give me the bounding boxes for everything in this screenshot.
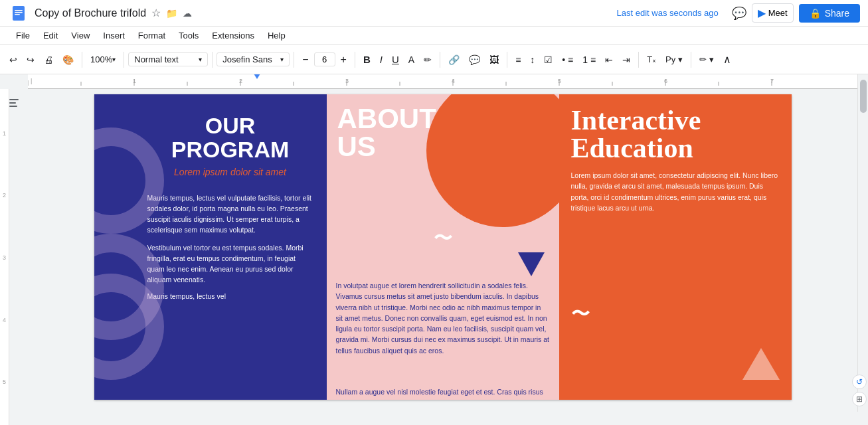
panel-middle-body2: Nullam a augue vel nisl molestie feugiat… [336,386,550,400]
heading-line1: OUR [205,113,256,138]
highlight-button[interactable]: ✏ [420,52,436,68]
line-num-2: 2 [3,192,6,199]
font-chevron: ▾ [280,56,284,63]
separator-6 [440,52,440,68]
separator-8 [638,52,639,68]
ruler-svg: | 1 2 3 4 5 6 7 [28,74,857,87]
right-heading-line2: Education [571,133,693,163]
scroll-bottom-icons: ↺ ⊞ [852,375,867,406]
toolbar: ↩ ↪ 🖨 🎨 100% ▾ Normal text ▾ Josefin San… [0,45,868,74]
svg-rect-1 [15,10,23,11]
svg-text:5: 5 [558,78,561,84]
paint-format-button[interactable]: 🎨 [58,52,78,68]
menu-tools[interactable]: Tools [173,29,204,42]
font-size-input[interactable] [314,52,335,66]
share-button[interactable]: 🔒 Share [799,4,860,23]
separator-5 [355,52,355,68]
line-num-1: 1 [3,130,6,137]
svg-text:3: 3 [345,78,349,84]
undo-button[interactable]: ↩ [5,52,21,68]
scrollbar-thumb[interactable] [860,80,867,113]
separator-1 [82,52,82,68]
folder-icon[interactable]: 📁 [166,8,177,19]
menu-help[interactable]: Help [262,29,291,42]
bold-button[interactable]: B [359,51,375,68]
editing-mode-button[interactable]: ∧ [719,50,735,68]
checklist-button[interactable]: ☑ [540,52,557,68]
align-button[interactable]: ≡ [511,52,525,68]
right-heading-line1: Interactive [571,105,701,135]
middle-heading-line2: US [337,131,376,162]
panel-right: Interactive Education Lorem ipsum dolor … [559,94,792,400]
line-num-3: 3 [3,254,6,261]
indent-more-button[interactable]: ⇥ [618,52,634,68]
ruler: | 1 2 3 4 5 6 7 [28,74,857,89]
underline-button[interactable]: U [388,51,403,68]
star-icon[interactable]: ☆ [151,7,161,19]
cloud-icon[interactable]: ☁ [183,8,192,19]
recenter-icon[interactable]: ↺ [852,375,867,389]
panel-middle-heading: ABOUT US [337,105,436,161]
main-area: | 1 2 3 4 5 6 7 [0,74,868,412]
menu-insert[interactable]: Insert [98,29,130,42]
meet-icon: ▶ [758,7,766,19]
document-page[interactable]: OUR PROGRAM Lorem ipsum dolor sit amet M… [94,94,792,400]
svg-rect-6 [9,106,17,107]
zoom-fit-icon[interactable]: ⊞ [852,392,867,406]
doc-title[interactable]: Copy of Brochure trifold [35,7,146,19]
svg-text:1: 1 [133,78,136,84]
menu-format[interactable]: Format [133,29,171,42]
svg-rect-5 [9,102,16,104]
menu-edit[interactable]: Edit [38,29,63,42]
menu-bar: File Edit View Insert Format Tools Exten… [0,27,868,45]
clear-format-button[interactable]: Tₓ [643,52,660,67]
line-numbers: 1 2 3 4 5 [0,89,9,425]
app-icon [8,3,29,24]
bullet-list-button[interactable]: • ≡ [558,52,577,68]
print-button[interactable]: 🖨 [40,52,57,68]
voice-typing-button[interactable]: Py ▾ [661,52,687,67]
style-chevron: ▾ [199,56,202,63]
menu-extensions[interactable]: Extensions [207,29,260,42]
svg-rect-4 [9,99,19,100]
redo-button[interactable]: ↪ [23,52,39,68]
text-color-button[interactable]: A [404,52,418,68]
line-num-5: 5 [3,379,6,385]
zoom-value: 100% [90,54,112,64]
paragraph-style-select[interactable]: Normal text ▾ [128,52,208,66]
separator-7 [507,52,507,68]
menu-view[interactable]: View [66,29,95,42]
indent-less-button[interactable]: ⇤ [601,52,617,68]
middle-heading-line1: ABOUT [337,103,436,134]
line-spacing-button[interactable]: ↕ [526,52,539,68]
number-list-button[interactable]: 1 ≡ [578,52,600,68]
comment-button[interactable]: 💬 [465,52,484,68]
svg-rect-0 [13,6,25,21]
format-button[interactable]: ✏ ▾ [695,52,718,67]
zoom-chevron: ▾ [112,56,116,63]
panel-middle: ABOUT US 〜 In volutpat augue et lorem he… [327,94,559,400]
panel-right-heading: Interactive Education [559,94,792,170]
meet-button[interactable]: ▶ Meet [752,3,794,23]
right-scrollbar[interactable]: ↺ ⊞ [857,74,868,412]
font-size-increase[interactable]: + [337,51,351,68]
font-size-group: − + [298,51,351,68]
style-value: Normal text [134,54,178,64]
link-button[interactable]: 🔗 [444,52,464,68]
line-num-4: 4 [3,317,6,323]
right-triangle [742,348,780,380]
right-tilde: 〜 [571,301,590,327]
comments-button[interactable]: 💬 [732,6,746,21]
font-size-decrease[interactable]: − [298,51,312,68]
brochure: OUR PROGRAM Lorem ipsum dolor sit amet M… [94,94,792,400]
image-button[interactable]: 🖼 [485,52,503,68]
font-select[interactable]: Josefin Sans ▾ [217,52,290,66]
svg-text:7: 7 [770,78,774,84]
italic-button[interactable]: I [376,51,387,68]
heading-line2: PROGRAM [171,137,290,162]
zoom-select[interactable]: 100% ▾ [86,52,120,67]
separator-2 [124,52,124,68]
menu-file[interactable]: File [11,29,35,42]
svg-text:4: 4 [452,78,455,84]
document-scroll-area[interactable]: OUR PROGRAM Lorem ipsum dolor sit amet M… [28,74,857,412]
